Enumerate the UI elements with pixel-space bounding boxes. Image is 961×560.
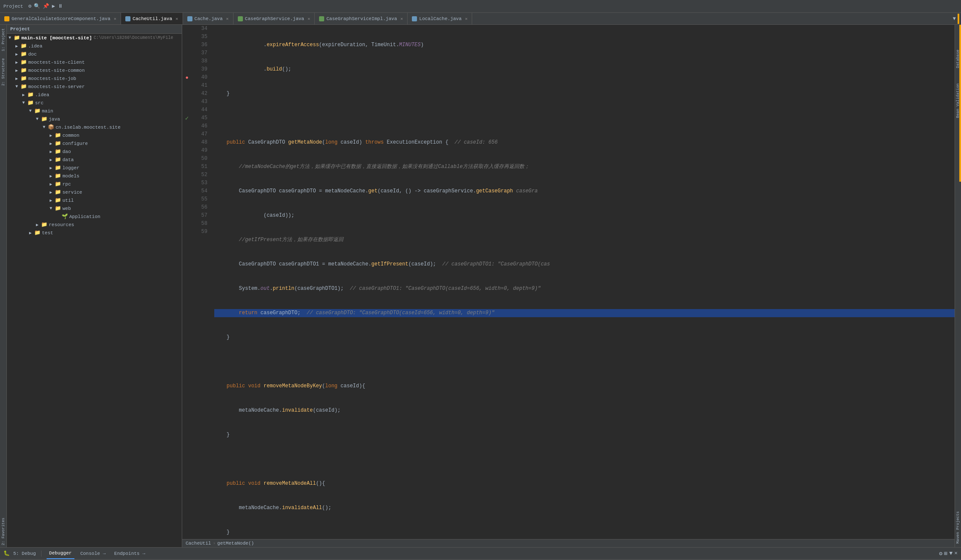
tree-server-idea[interactable]: ▶ 📁 .idea <box>7 91 182 99</box>
tree-client[interactable]: ▶ 📁 mooctest-site-client <box>7 58 182 66</box>
tab-close[interactable]: ✕ <box>114 16 116 21</box>
tab-close[interactable]: ✕ <box>465 16 467 21</box>
tab-label: Cache.java <box>195 16 223 21</box>
tree-common-pkg[interactable]: ▶ 📁 common <box>7 131 182 139</box>
arrow-icon: ▼ <box>36 117 41 121</box>
code-line-38: public CaseGraphDTO getMetaNode(long cas… <box>214 139 955 147</box>
tab-close[interactable]: ✕ <box>400 16 403 21</box>
tree-test[interactable]: ▶ 📁 test <box>7 229 182 237</box>
arrow-icon: ▶ <box>50 190 55 195</box>
right-sidebar-maven[interactable]: Maven Projects <box>955 508 961 547</box>
tab-general-calculate[interactable]: GeneralCalculateScoreComponent.java ✕ <box>0 13 121 24</box>
more-tabs-icon[interactable]: ▼ <box>953 16 956 22</box>
tree-item-label: .idea <box>28 44 42 49</box>
tree-web[interactable]: ▼ 📁 web <box>7 204 182 212</box>
settings-debug-icon[interactable]: ⚙ <box>939 550 943 557</box>
tree-job[interactable]: ▶ 📁 mooctest-site-job <box>7 74 182 83</box>
code-line-34: .expireAfterAccess(expireDuration, TimeU… <box>214 41 955 49</box>
sidebar-structure2[interactable]: 2: Structure <box>0 55 6 89</box>
tree-item-label: configure <box>62 141 88 146</box>
arrow-icon: ▶ <box>50 149 55 154</box>
tab-close[interactable]: ✕ <box>308 16 310 21</box>
folder-icon: 📁 <box>55 181 61 187</box>
tab-local-cache[interactable]: LocalCache.java ✕ <box>408 13 472 24</box>
tree-data[interactable]: ▶ 📁 data <box>7 156 182 164</box>
code-line-37 <box>214 114 955 122</box>
right-sidebar-database[interactable]: Database <box>955 46 961 71</box>
tree-item-label: models <box>62 174 80 179</box>
tree-doc[interactable]: ▶ 📁 doc <box>7 50 182 58</box>
code-line-53: metaNodeCache.invalidateAll(); <box>214 504 955 512</box>
tree-java[interactable]: ▼ 📁 java <box>7 115 182 123</box>
tree-item-label: rpc <box>62 182 71 187</box>
tab-case-graph-service-impl[interactable]: CaseGraphServiceImpl.java ✕ <box>315 13 408 24</box>
java-icon <box>238 16 243 21</box>
tree-server[interactable]: ▼ 📁 mooctest-site-server <box>7 83 182 91</box>
tree-package[interactable]: ▼ 📦 cn.iselab.mooctest.site <box>7 123 182 131</box>
tab-case-graph-service[interactable]: CaseGraphService.java ✕ <box>234 13 315 24</box>
pin-icon[interactable]: 📌 <box>43 3 49 9</box>
tab-cache[interactable]: Cache.java ✕ <box>183 13 234 24</box>
folder-icon: 📁 <box>55 140 61 147</box>
code-line-42: //getIfPresent方法，如果存在数据即返回 <box>214 236 955 244</box>
collapse-icon[interactable]: ⏸ <box>58 3 63 9</box>
arrow-icon: ▶ <box>50 133 55 138</box>
right-sidebar-bean[interactable]: Bean Validation <box>955 80 961 121</box>
tree-main[interactable]: ▼ 📁 main <box>7 107 182 115</box>
arrow-icon: ▶ <box>22 92 27 97</box>
tree-dao[interactable]: ▶ 📁 dao <box>7 147 182 156</box>
tab-close[interactable]: ✕ <box>176 16 178 21</box>
arrow-icon: ▶ <box>50 182 55 187</box>
folder-icon: 📁 <box>55 156 61 163</box>
arrow-icon: ▶ <box>15 60 21 65</box>
arrow-icon: ▶ <box>50 165 55 171</box>
tree-resources[interactable]: ▶ 📁 resources <box>7 221 182 229</box>
code-line-40: CaseGraphDTO caseGraphDTO = metaNodeCach… <box>214 187 955 195</box>
code-line-45: return caseGraphDTO; // caseGraphDTO: "C… <box>214 309 955 317</box>
arrow-icon: ▶ <box>15 76 21 81</box>
tree-item-label: common <box>62 133 80 138</box>
code-lines-container: .expireAfterAccess(expireDuration, TimeU… <box>211 25 955 539</box>
tree-item-label: .idea <box>35 92 49 97</box>
tab-label: LocalCache.java <box>419 16 461 21</box>
tree-util[interactable]: ▶ 📁 util <box>7 196 182 204</box>
java-icon <box>412 16 417 21</box>
tree-src[interactable]: ▼ 📁 src <box>7 99 182 107</box>
arrow-icon: ▶ <box>50 198 55 203</box>
arrow-icon: ▼ <box>15 84 21 89</box>
folder-icon: 📁 <box>21 67 27 74</box>
settings-icon[interactable]: ⚙ <box>28 3 31 9</box>
tree-service[interactable]: ▶ 📁 service <box>7 188 182 196</box>
folder-icon: 📁 <box>55 148 61 155</box>
sidebar-favorites[interactable]: 2: Favorites <box>0 516 6 547</box>
tree-idea[interactable]: ▶ 📁 .idea <box>7 42 182 50</box>
minimize-icon[interactable]: ▼ <box>949 550 952 557</box>
tree-item-label: mooctest-site-common <box>28 68 85 73</box>
tree-item-label: util <box>62 198 74 203</box>
tree-rpc[interactable]: ▶ 📁 rpc <box>7 180 182 188</box>
restore-layout-icon[interactable]: ⊞ <box>944 550 948 557</box>
arrow-icon: ▶ <box>36 222 41 227</box>
tree-models[interactable]: ▶ 📁 models <box>7 172 182 180</box>
tab-cache-util[interactable]: CacheUtil.java ✕ <box>121 13 183 24</box>
tree-common[interactable]: ▶ 📁 mooctest-site-common <box>7 66 182 74</box>
right-sidebar: Database Bean Validation Maven Projects <box>955 25 961 547</box>
sidebar-structure[interactable]: 1: Project <box>0 25 6 55</box>
tree-root[interactable]: ▼ 📁 main-site [mooctest-site] C:\Users\1… <box>7 34 182 42</box>
close-debug-icon[interactable]: × <box>954 550 958 557</box>
tab-debugger[interactable]: Debugger <box>47 548 74 559</box>
tree-root-label: main-site [mooctest-site] <box>21 35 92 41</box>
code-line-49: metaNodeCache.invalidate(caseId); <box>214 407 955 415</box>
tree-application[interactable]: 🌱 Application <box>7 212 182 221</box>
top-bar: Project ⚙ 🔍 📌 ▶ ⏸ <box>0 0 961 13</box>
java-icon <box>4 16 9 21</box>
tab-endpoints[interactable]: Endpoints → <box>112 548 148 559</box>
expand-icon[interactable]: ▶ <box>52 3 55 9</box>
code-line-36: } <box>214 90 955 98</box>
tab-console[interactable]: Console → <box>78 548 108 559</box>
tree-logger[interactable]: ▶ 📁 logger <box>7 164 182 172</box>
search-icon[interactable]: 🔍 <box>34 3 40 9</box>
tree-configure[interactable]: ▶ 📁 configure <box>7 139 182 147</box>
tab-close[interactable]: ✕ <box>226 16 229 21</box>
debug-label: 5: Debug <box>13 551 36 556</box>
